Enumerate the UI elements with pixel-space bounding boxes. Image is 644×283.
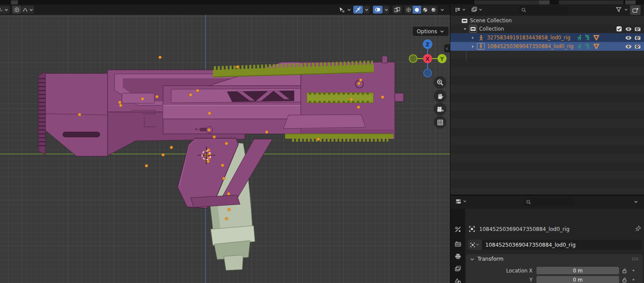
properties-search-field[interactable]	[523, 198, 574, 206]
bone-origin-dot[interactable]	[213, 136, 216, 138]
properties-search-input[interactable]	[533, 199, 571, 206]
outliner-search-input[interactable]	[529, 7, 566, 14]
bone-origin-dot[interactable]	[381, 96, 384, 98]
bone-origin-dot[interactable]	[162, 154, 164, 156]
object-name-value[interactable]: 10845250369047350884_lod0_rig	[485, 242, 576, 248]
expand-caret-down-icon[interactable]	[463, 27, 467, 31]
row-label[interactable]: Scene Collection	[470, 17, 512, 24]
proportional-editing-toggle[interactable]	[12, 6, 21, 14]
bone-origin-dot[interactable]	[141, 98, 144, 100]
xray-toggle-button[interactable]	[393, 6, 402, 14]
object-id-segment[interactable]	[468, 240, 482, 250]
scene-selector-sliver[interactable]	[474, 0, 550, 4]
row-label[interactable]: 10845250369047350884_lod0_rig	[487, 43, 574, 49]
shading-dropdown[interactable]	[439, 6, 446, 14]
bone-origin-dot[interactable]	[225, 142, 228, 145]
location-y-field[interactable]: 0 m	[536, 276, 619, 283]
outliner-filter-button[interactable]	[614, 6, 623, 14]
outliner-row-scene-collection[interactable]: Scene Collection	[450, 16, 644, 25]
animate-dot[interactable]: •	[632, 276, 635, 283]
editor-type-button[interactable]	[0, 6, 10, 14]
lock-open-icon[interactable]	[622, 268, 628, 274]
bone-origin-dot[interactable]	[189, 94, 192, 96]
bone-origin-dot[interactable]	[359, 79, 362, 81]
render-camera-icon[interactable]	[634, 26, 641, 32]
tab-output[interactable]	[450, 250, 465, 262]
snap-dropdown[interactable]	[363, 6, 369, 14]
lock-open-icon[interactable]	[622, 277, 628, 283]
bone-origin-dot[interactable]	[265, 131, 268, 133]
panel-title[interactable]: Transform	[477, 256, 504, 262]
tab-scene[interactable]	[450, 275, 465, 283]
panel-drag-grip[interactable]	[632, 257, 640, 261]
viewlayer-button-sliver[interactable]	[625, 0, 636, 4]
pose-marker-icon[interactable]	[584, 43, 591, 50]
3d-viewport[interactable]: Z Y X ‹ Options	[0, 4, 450, 283]
shading-material-button[interactable]	[421, 6, 429, 14]
new-collection-button[interactable]	[630, 5, 641, 15]
shading-rendered-button[interactable]	[429, 6, 438, 14]
outliner-row-rig-1[interactable]: 3275834919183443858_lod0_rig	[450, 33, 644, 42]
viewlayer-selector-sliver[interactable]	[559, 0, 623, 4]
animate-dot[interactable]: •	[632, 267, 635, 274]
row-label[interactable]: Collection	[479, 26, 504, 32]
shading-solid-button[interactable]	[413, 6, 421, 14]
zoom-button[interactable]	[434, 76, 446, 89]
options-button[interactable]: Options	[413, 27, 449, 36]
pose-run-icon[interactable]	[576, 35, 583, 41]
hide-eye-icon[interactable]	[625, 43, 632, 50]
bone-origin-dot[interactable]	[208, 129, 210, 131]
bone-origin-dot[interactable]	[227, 192, 230, 195]
properties-options-dropdown[interactable]	[631, 198, 640, 206]
hide-eye-icon[interactable]	[625, 26, 632, 32]
camera-view-button[interactable]	[434, 103, 446, 115]
gizmo-neg-y-ball[interactable]	[409, 55, 417, 63]
snap-toggle-button[interactable]	[353, 6, 363, 14]
overlays-dropdown[interactable]	[383, 6, 389, 14]
location-x-field[interactable]: 0 m	[536, 267, 619, 274]
bone-origin-dot[interactable]	[358, 82, 360, 85]
exclude-checkbox[interactable]	[616, 26, 622, 32]
pose-marker-icon[interactable]	[584, 35, 591, 41]
tab-view-layer[interactable]	[450, 262, 465, 275]
bone-origin-dot[interactable]	[208, 112, 211, 115]
bone-origin-dot[interactable]	[78, 113, 81, 116]
pin-icon[interactable]	[635, 225, 641, 232]
topbar-button-sliver[interactable]	[11, 0, 18, 4]
outliner-row-rig-2[interactable]: 10845250369047350884_lod0_rig	[450, 42, 644, 51]
armature-data-icon[interactable]	[593, 34, 600, 41]
bone-origin-dot[interactable]	[223, 177, 225, 180]
bone-origin-dot[interactable]	[170, 146, 173, 149]
hide-eye-icon[interactable]	[625, 35, 632, 41]
gizmo-neg-z-ball[interactable]	[424, 69, 432, 77]
bone-origin-dot[interactable]	[236, 66, 239, 68]
expand-caret-right-icon[interactable]	[470, 35, 475, 40]
navigation-gizmo[interactable]: Z Y X	[405, 36, 450, 81]
sidebar-collapse-arrow[interactable]: ‹	[444, 44, 450, 52]
tab-render[interactable]	[450, 238, 465, 250]
object-name-field[interactable]: 10845250369047350884_lod0_rig	[468, 240, 642, 250]
bone-origin-dot[interactable]	[225, 217, 228, 220]
show-gizmo-button[interactable]	[337, 6, 346, 14]
gun-model[interactable]	[38, 56, 404, 270]
pan-button[interactable]	[434, 90, 446, 102]
bone-origin-dot[interactable]	[350, 98, 353, 101]
bone-origin-dot[interactable]	[207, 160, 209, 163]
armature-data-icon[interactable]	[593, 43, 600, 50]
bone-origin-dot[interactable]	[159, 56, 161, 59]
bone-origin-dot[interactable]	[317, 138, 320, 140]
overlays-toggle-button[interactable]	[373, 6, 383, 14]
outliner-row-collection[interactable]: Collection	[450, 24, 644, 33]
outliner-display-mode-button[interactable]	[470, 6, 484, 14]
proportional-falloff-dropdown[interactable]	[21, 6, 34, 14]
bone-origin-dot[interactable]	[196, 89, 199, 92]
bone-origin-dot[interactable]	[118, 101, 121, 104]
shading-wireframe-button[interactable]	[404, 6, 413, 14]
outliner-filter-dropdown[interactable]	[623, 6, 629, 14]
ortho-toggle-button[interactable]	[434, 116, 446, 129]
render-camera-icon[interactable]	[634, 35, 641, 41]
expand-caret-right-icon[interactable]	[470, 44, 475, 49]
outliner-editor-type-button[interactable]	[453, 6, 468, 14]
scene-new-button-sliver[interactable]	[539, 0, 550, 4]
bone-origin-dot[interactable]	[145, 164, 148, 167]
